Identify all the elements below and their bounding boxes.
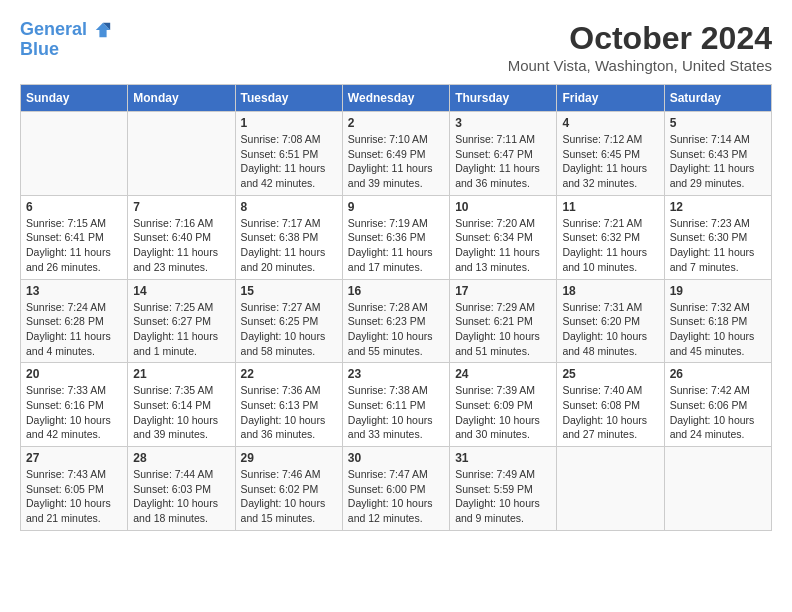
header-day: Tuesday	[235, 85, 342, 112]
day-info: Sunrise: 7:39 AM Sunset: 6:09 PM Dayligh…	[455, 383, 551, 442]
day-info: Sunrise: 7:10 AM Sunset: 6:49 PM Dayligh…	[348, 132, 444, 191]
header: General Blue October 2024 Mount Vista, W…	[20, 20, 772, 74]
day-number: 28	[133, 451, 229, 465]
day-info: Sunrise: 7:08 AM Sunset: 6:51 PM Dayligh…	[241, 132, 337, 191]
day-info: Sunrise: 7:43 AM Sunset: 6:05 PM Dayligh…	[26, 467, 122, 526]
logo-line2: Blue	[20, 39, 59, 59]
calendar-cell: 13Sunrise: 7:24 AM Sunset: 6:28 PM Dayli…	[21, 279, 128, 363]
calendar-cell: 10Sunrise: 7:20 AM Sunset: 6:34 PM Dayli…	[450, 195, 557, 279]
header-day: Monday	[128, 85, 235, 112]
day-info: Sunrise: 7:28 AM Sunset: 6:23 PM Dayligh…	[348, 300, 444, 359]
logo-text: General Blue	[20, 20, 112, 60]
calendar-cell: 21Sunrise: 7:35 AM Sunset: 6:14 PM Dayli…	[128, 363, 235, 447]
day-number: 9	[348, 200, 444, 214]
day-info: Sunrise: 7:29 AM Sunset: 6:21 PM Dayligh…	[455, 300, 551, 359]
day-info: Sunrise: 7:23 AM Sunset: 6:30 PM Dayligh…	[670, 216, 766, 275]
day-number: 22	[241, 367, 337, 381]
calendar-cell: 17Sunrise: 7:29 AM Sunset: 6:21 PM Dayli…	[450, 279, 557, 363]
week-row: 6Sunrise: 7:15 AM Sunset: 6:41 PM Daylig…	[21, 195, 772, 279]
day-info: Sunrise: 7:46 AM Sunset: 6:02 PM Dayligh…	[241, 467, 337, 526]
calendar-cell: 30Sunrise: 7:47 AM Sunset: 6:00 PM Dayli…	[342, 447, 449, 531]
day-number: 19	[670, 284, 766, 298]
week-row: 27Sunrise: 7:43 AM Sunset: 6:05 PM Dayli…	[21, 447, 772, 531]
calendar-cell: 7Sunrise: 7:16 AM Sunset: 6:40 PM Daylig…	[128, 195, 235, 279]
day-number: 2	[348, 116, 444, 130]
day-number: 27	[26, 451, 122, 465]
calendar-cell: 23Sunrise: 7:38 AM Sunset: 6:11 PM Dayli…	[342, 363, 449, 447]
calendar-cell: 14Sunrise: 7:25 AM Sunset: 6:27 PM Dayli…	[128, 279, 235, 363]
week-row: 20Sunrise: 7:33 AM Sunset: 6:16 PM Dayli…	[21, 363, 772, 447]
calendar-cell: 8Sunrise: 7:17 AM Sunset: 6:38 PM Daylig…	[235, 195, 342, 279]
calendar-body: 1Sunrise: 7:08 AM Sunset: 6:51 PM Daylig…	[21, 112, 772, 531]
day-number: 31	[455, 451, 551, 465]
calendar-cell: 1Sunrise: 7:08 AM Sunset: 6:51 PM Daylig…	[235, 112, 342, 196]
calendar-cell	[664, 447, 771, 531]
day-number: 6	[26, 200, 122, 214]
day-number: 8	[241, 200, 337, 214]
day-info: Sunrise: 7:25 AM Sunset: 6:27 PM Dayligh…	[133, 300, 229, 359]
day-number: 24	[455, 367, 551, 381]
calendar-cell: 9Sunrise: 7:19 AM Sunset: 6:36 PM Daylig…	[342, 195, 449, 279]
day-number: 21	[133, 367, 229, 381]
day-info: Sunrise: 7:42 AM Sunset: 6:06 PM Dayligh…	[670, 383, 766, 442]
header-day: Saturday	[664, 85, 771, 112]
calendar-cell: 29Sunrise: 7:46 AM Sunset: 6:02 PM Dayli…	[235, 447, 342, 531]
day-number: 15	[241, 284, 337, 298]
day-info: Sunrise: 7:21 AM Sunset: 6:32 PM Dayligh…	[562, 216, 658, 275]
day-number: 10	[455, 200, 551, 214]
day-number: 30	[348, 451, 444, 465]
day-number: 18	[562, 284, 658, 298]
day-info: Sunrise: 7:19 AM Sunset: 6:36 PM Dayligh…	[348, 216, 444, 275]
day-info: Sunrise: 7:44 AM Sunset: 6:03 PM Dayligh…	[133, 467, 229, 526]
calendar-cell: 18Sunrise: 7:31 AM Sunset: 6:20 PM Dayli…	[557, 279, 664, 363]
day-number: 7	[133, 200, 229, 214]
day-number: 14	[133, 284, 229, 298]
calendar-cell	[128, 112, 235, 196]
day-info: Sunrise: 7:36 AM Sunset: 6:13 PM Dayligh…	[241, 383, 337, 442]
calendar-cell: 24Sunrise: 7:39 AM Sunset: 6:09 PM Dayli…	[450, 363, 557, 447]
day-number: 4	[562, 116, 658, 130]
day-info: Sunrise: 7:40 AM Sunset: 6:08 PM Dayligh…	[562, 383, 658, 442]
day-info: Sunrise: 7:20 AM Sunset: 6:34 PM Dayligh…	[455, 216, 551, 275]
main-title: October 2024	[508, 20, 772, 57]
calendar-cell: 31Sunrise: 7:49 AM Sunset: 5:59 PM Dayli…	[450, 447, 557, 531]
day-info: Sunrise: 7:16 AM Sunset: 6:40 PM Dayligh…	[133, 216, 229, 275]
day-info: Sunrise: 7:33 AM Sunset: 6:16 PM Dayligh…	[26, 383, 122, 442]
day-number: 17	[455, 284, 551, 298]
logo: General Blue	[20, 20, 112, 60]
calendar-cell: 15Sunrise: 7:27 AM Sunset: 6:25 PM Dayli…	[235, 279, 342, 363]
week-row: 13Sunrise: 7:24 AM Sunset: 6:28 PM Dayli…	[21, 279, 772, 363]
day-info: Sunrise: 7:24 AM Sunset: 6:28 PM Dayligh…	[26, 300, 122, 359]
day-number: 29	[241, 451, 337, 465]
calendar-cell: 3Sunrise: 7:11 AM Sunset: 6:47 PM Daylig…	[450, 112, 557, 196]
day-number: 25	[562, 367, 658, 381]
calendar-cell: 19Sunrise: 7:32 AM Sunset: 6:18 PM Dayli…	[664, 279, 771, 363]
header-row: SundayMondayTuesdayWednesdayThursdayFrid…	[21, 85, 772, 112]
logo-line1: General	[20, 19, 87, 39]
calendar-cell: 26Sunrise: 7:42 AM Sunset: 6:06 PM Dayli…	[664, 363, 771, 447]
calendar-table: SundayMondayTuesdayWednesdayThursdayFrid…	[20, 84, 772, 531]
calendar-header: SundayMondayTuesdayWednesdayThursdayFrid…	[21, 85, 772, 112]
day-info: Sunrise: 7:17 AM Sunset: 6:38 PM Dayligh…	[241, 216, 337, 275]
subtitle: Mount Vista, Washington, United States	[508, 57, 772, 74]
day-number: 1	[241, 116, 337, 130]
header-day: Friday	[557, 85, 664, 112]
day-number: 12	[670, 200, 766, 214]
day-info: Sunrise: 7:35 AM Sunset: 6:14 PM Dayligh…	[133, 383, 229, 442]
calendar-cell: 27Sunrise: 7:43 AM Sunset: 6:05 PM Dayli…	[21, 447, 128, 531]
day-number: 16	[348, 284, 444, 298]
logo-icon	[94, 21, 112, 39]
day-info: Sunrise: 7:38 AM Sunset: 6:11 PM Dayligh…	[348, 383, 444, 442]
calendar-cell: 4Sunrise: 7:12 AM Sunset: 6:45 PM Daylig…	[557, 112, 664, 196]
calendar-cell: 6Sunrise: 7:15 AM Sunset: 6:41 PM Daylig…	[21, 195, 128, 279]
day-info: Sunrise: 7:32 AM Sunset: 6:18 PM Dayligh…	[670, 300, 766, 359]
day-info: Sunrise: 7:14 AM Sunset: 6:43 PM Dayligh…	[670, 132, 766, 191]
header-day: Thursday	[450, 85, 557, 112]
header-day: Wednesday	[342, 85, 449, 112]
day-number: 11	[562, 200, 658, 214]
calendar-cell: 28Sunrise: 7:44 AM Sunset: 6:03 PM Dayli…	[128, 447, 235, 531]
calendar-cell: 2Sunrise: 7:10 AM Sunset: 6:49 PM Daylig…	[342, 112, 449, 196]
day-number: 26	[670, 367, 766, 381]
calendar-cell: 12Sunrise: 7:23 AM Sunset: 6:30 PM Dayli…	[664, 195, 771, 279]
title-block: October 2024 Mount Vista, Washington, Un…	[508, 20, 772, 74]
